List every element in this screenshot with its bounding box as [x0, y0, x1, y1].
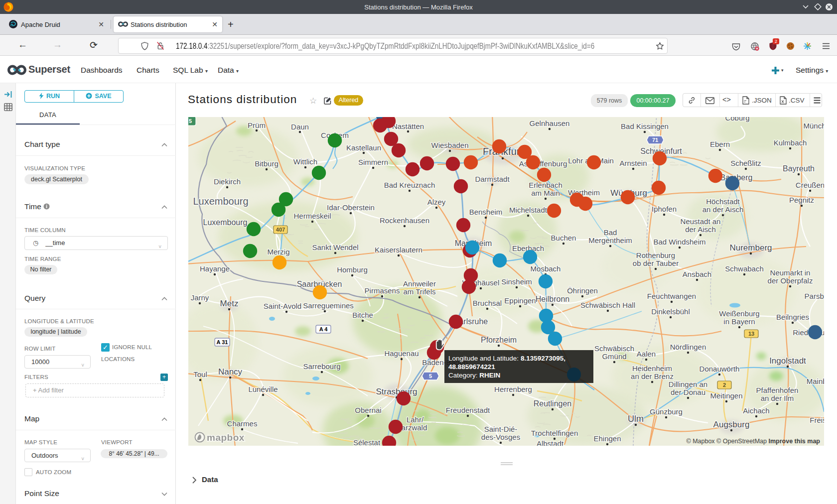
- svg-text:2: 2: [723, 382, 726, 388]
- svg-text:Aalen: Aalen: [637, 350, 656, 358]
- svg-text:Ebern: Ebern: [710, 140, 730, 148]
- svg-text:Bad: Bad: [604, 228, 617, 237]
- svg-text:Freising: Freising: [810, 416, 824, 424]
- svg-text:Bayreuth: Bayreuth: [783, 164, 815, 173]
- svg-text:Obernai: Obernai: [355, 406, 381, 414]
- svg-text:Lahr/: Lahr/: [407, 415, 424, 424]
- svg-text:Diekirch: Diekirch: [214, 177, 241, 186]
- svg-text:Bruchsal: Bruchsal: [473, 299, 502, 307]
- svg-text:Arnstein: Arnstein: [619, 159, 647, 167]
- svg-text:Neumarkt in: Neumarkt in: [770, 268, 811, 277]
- svg-text:Schwabach: Schwabach: [725, 264, 764, 273]
- svg-text:Albstadt: Albstadt: [537, 439, 564, 446]
- svg-text:Schwäbisch Hall: Schwäbisch Hall: [580, 301, 635, 309]
- svg-text:Metz: Metz: [220, 299, 239, 308]
- svg-text:Ansbach: Ansbach: [683, 270, 711, 278]
- svg-text:Mosbach: Mosbach: [531, 264, 561, 273]
- svg-text:Hayange: Hayange: [200, 264, 230, 273]
- svg-text:Schwäbisch: Schwäbisch: [594, 344, 634, 353]
- svg-text:Daun: Daun: [291, 123, 309, 131]
- svg-text:Dinkelsbühl: Dinkelsbühl: [651, 307, 690, 316]
- svg-text:Wittlich: Wittlich: [293, 157, 317, 166]
- svg-text:Eppingen: Eppingen: [504, 296, 536, 305]
- svg-text:Prüm: Prüm: [248, 121, 266, 129]
- svg-text:Merzig: Merzig: [267, 248, 289, 256]
- svg-text:ob der Tauber: ob der Tauber: [633, 259, 679, 267]
- svg-text:Freudenstadt: Freudenstadt: [446, 406, 490, 414]
- svg-text:am Trifels: am Trifels: [403, 287, 435, 296]
- svg-text:Sarrebourg: Sarrebourg: [303, 362, 340, 371]
- svg-text:Pforzheim: Pforzheim: [481, 336, 517, 344]
- svg-text:Michelstadt: Michelstadt: [509, 206, 548, 214]
- svg-text:Nuremberg: Nuremberg: [729, 243, 772, 252]
- svg-text:Luxembourg: Luxembourg: [203, 218, 248, 227]
- svg-text:Donauwörth: Donauwörth: [699, 365, 740, 373]
- svg-text:5: 5: [429, 373, 432, 379]
- svg-text:Charmes: Charmes: [227, 419, 258, 428]
- svg-text:Feuchtwangen: Feuchtwangen: [647, 292, 696, 300]
- svg-text:Ulm: Ulm: [628, 414, 644, 424]
- svg-text:Sankt Wendel: Sankt Wendel: [312, 243, 358, 252]
- svg-text:Pfaffenhofen: Pfaffenhofen: [756, 386, 799, 394]
- svg-text:Lunéville: Lunéville: [248, 385, 278, 393]
- svg-text:Ingolstadt: Ingolstadt: [769, 356, 806, 366]
- svg-text:mapbox: mapbox: [207, 432, 245, 443]
- svg-text:Buchen: Buchen: [551, 234, 576, 242]
- svg-text:Saint-Dié-: Saint-Dié-: [484, 425, 518, 433]
- svg-text:in Bayern: in Bayern: [723, 317, 755, 326]
- svg-text:© Mapbox © OpenStreetMap Impro: © Mapbox © OpenStreetMap Improve this ma…: [686, 438, 820, 445]
- svg-text:Bitche: Bitche: [352, 311, 373, 319]
- svg-text:Rockenhausen: Rockenhausen: [380, 216, 429, 225]
- svg-text:Erlenbach: Erlenbach: [529, 181, 562, 189]
- svg-text:Wiesbaden: Wiesbaden: [431, 141, 468, 149]
- svg-text:Beilngries: Beilngries: [776, 313, 809, 321]
- svg-text:Günzburg: Günzburg: [650, 407, 683, 416]
- svg-text:Parsberg: Parsberg: [805, 292, 824, 300]
- svg-text:Sinsheim: Sinsheim: [501, 277, 532, 286]
- svg-text:Alzey: Alzey: [427, 198, 446, 206]
- svg-text:Gmünd: Gmünd: [602, 352, 626, 361]
- svg-text:13: 13: [748, 331, 754, 337]
- svg-text:A 4: A 4: [319, 326, 328, 332]
- svg-text:der Oberpfalz: der Oberpfalz: [768, 276, 813, 285]
- svg-text:Kastellaun: Kastellaun: [346, 143, 381, 152]
- svg-text:Iphofen: Iphofen: [652, 205, 677, 213]
- svg-text:Aichach: Aichach: [743, 406, 769, 415]
- svg-text:Darmstadt: Darmstadt: [475, 175, 510, 183]
- svg-text:Bad Windsheim: Bad Windsheim: [653, 238, 705, 246]
- svg-text:71: 71: [652, 137, 658, 143]
- svg-text:Heilbronn: Heilbronn: [536, 295, 569, 303]
- svg-text:Neustadt an: Neustadt an: [681, 217, 721, 226]
- svg-text:Pirmasens: Pirmasens: [365, 286, 400, 295]
- svg-text:Idar-Oberstein: Idar-Oberstein: [327, 203, 375, 212]
- svg-text:Bad Kissingen: Bad Kissingen: [621, 122, 669, 130]
- svg-text:Bensheim: Bensheim: [469, 208, 503, 216]
- svg-text:Luxembourg: Luxembourg: [193, 196, 248, 207]
- svg-text:Pegnitz: Pegnitz: [789, 196, 814, 204]
- svg-text:Creußen: Creußen: [796, 181, 824, 189]
- svg-text:Hermeskeil: Hermeskeil: [293, 212, 331, 220]
- svg-text:Sélestat: Sélestat: [353, 438, 381, 446]
- svg-text:Nancy: Nancy: [218, 367, 243, 377]
- svg-text:Münchberg: Münchberg: [803, 122, 824, 130]
- svg-text:Gelnhausen: Gelnhausen: [530, 119, 570, 127]
- svg-text:407: 407: [276, 227, 285, 233]
- svg-text:Haguenau: Haguenau: [384, 349, 418, 358]
- svg-text:Höchstadt: Höchstadt: [706, 197, 740, 206]
- svg-text:Bad Kreuznach: Bad Kreuznach: [384, 181, 435, 189]
- svg-text:Nördlingen: Nördlingen: [670, 343, 706, 351]
- svg-text:A 31: A 31: [217, 339, 228, 345]
- svg-text:Nastätten: Nastätten: [392, 122, 424, 130]
- svg-text:Sarreguemines: Sarreguemines: [303, 301, 354, 310]
- svg-text:Augsburg: Augsburg: [713, 420, 750, 429]
- svg-text:Dillingen an: Dillingen an: [669, 380, 707, 388]
- svg-text:Simmern: Simmern: [358, 158, 388, 166]
- svg-text:Ehingen: Ehingen: [593, 434, 621, 443]
- svg-text:Herrenberg: Herrenberg: [494, 385, 532, 393]
- svg-text:Kaiserslautern: Kaiserslautern: [375, 246, 422, 254]
- svg-text:Öhringen: Öhringen: [567, 286, 598, 295]
- svg-text:Rothenburg: Rothenburg: [636, 251, 675, 259]
- svg-text:des-Vosges: des-Vosges: [481, 433, 520, 441]
- svg-text:an der Aisch: an der Aisch: [702, 205, 744, 214]
- svg-text:Meitingen: Meitingen: [710, 391, 742, 400]
